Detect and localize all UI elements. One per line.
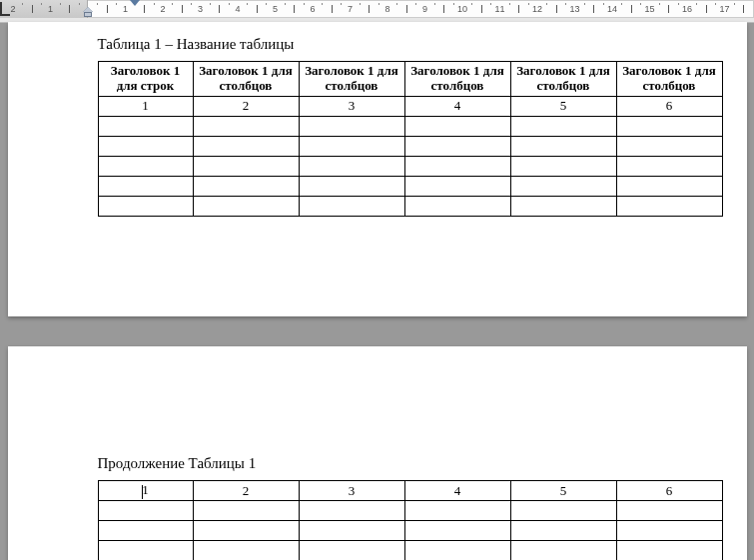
first-line-indent-marker-icon[interactable] [130,0,140,6]
table-header-cell[interactable]: Заголовок 1 для строк [98,62,193,97]
table-cell[interactable] [616,116,722,136]
table-cell[interactable] [616,501,722,521]
table-row[interactable] [98,176,722,196]
table-1-continuation-caption[interactable]: Продолжение Таблицы 1 [98,455,727,472]
table-cell[interactable] [616,541,722,561]
table-cell[interactable] [299,521,404,541]
table-cell[interactable]: 4 [404,96,510,116]
table-cell[interactable]: 3 [299,96,404,116]
table-1-continuation[interactable]: 123456 [98,480,723,560]
page-2[interactable]: Продолжение Таблицы 1 123456 [8,346,747,560]
table-cell[interactable]: 5 [510,96,616,116]
table-cell[interactable] [98,541,193,561]
table-cell[interactable] [404,196,510,216]
table-cell[interactable] [193,521,299,541]
table-1-body[interactable]: 123456 [98,96,722,216]
table-cell[interactable] [616,521,722,541]
table-header-cell[interactable]: Заголовок 1 для столбцов [616,62,722,97]
table-cell[interactable] [98,501,193,521]
table-cell[interactable] [404,521,510,541]
table-cell[interactable] [193,136,299,156]
table-cell[interactable] [299,136,404,156]
table-cell[interactable] [404,501,510,521]
table-cell[interactable] [299,501,404,521]
horizontal-ruler[interactable]: 211234567891011121314151617 [0,0,754,23]
page-2-content[interactable]: Продолжение Таблицы 1 123456 [8,441,747,560]
table-cell[interactable]: 2 [193,481,299,501]
table-cell[interactable] [510,541,616,561]
ruler-number: 15 [644,4,654,14]
table-cell[interactable] [193,501,299,521]
table-cell[interactable]: 1 [98,96,193,116]
ruler-tick-quarter [360,3,361,5]
page-1[interactable]: Таблица 1 – Название таблицы Заголовок 1… [8,22,747,316]
table-cell[interactable] [193,116,299,136]
table-cell[interactable] [193,541,299,561]
table-cell[interactable] [98,196,193,216]
table-row[interactable] [98,541,722,561]
table-cell[interactable] [510,501,616,521]
table-cell[interactable]: 3 [299,481,404,501]
table-cell[interactable] [510,116,616,136]
table-cell[interactable] [193,196,299,216]
ruler-number: 2 [10,4,15,14]
ruler-tick-quarter [191,3,192,5]
table-cell[interactable] [616,136,722,156]
table-cell[interactable] [404,156,510,176]
tab-stop-selector-icon[interactable] [0,2,10,16]
table-cell[interactable] [299,541,404,561]
left-indent-marker-icon[interactable] [84,12,92,17]
table-1-caption[interactable]: Таблица 1 – Название таблицы [98,36,727,53]
table-cell[interactable] [510,521,616,541]
table-cell[interactable] [299,176,404,196]
table-number-row[interactable]: 123456 [98,481,722,501]
table-row[interactable] [98,501,722,521]
table-number-row[interactable]: 123456 [98,96,722,116]
table-row[interactable] [98,196,722,216]
table-header-cell[interactable]: Заголовок 1 для столбцов [193,62,299,97]
table-cell[interactable] [404,116,510,136]
table-cell[interactable] [98,116,193,136]
table-cell[interactable] [98,521,193,541]
table-cell[interactable] [510,136,616,156]
table-cell[interactable] [404,136,510,156]
ruler-tick-quarter [172,3,173,5]
table-cell[interactable] [299,196,404,216]
table-row[interactable] [98,116,722,136]
table-cell[interactable]: 6 [616,481,722,501]
ruler-tick-quarter [229,3,230,5]
table-cell[interactable] [404,541,510,561]
table-cell[interactable] [98,136,193,156]
table-cell[interactable] [299,116,404,136]
table-cell[interactable]: 4 [404,481,510,501]
table-cell[interactable] [510,196,616,216]
table-row[interactable] [98,521,722,541]
table-cell[interactable] [510,156,616,176]
table-cell[interactable]: 2 [193,96,299,116]
table-cell[interactable] [193,176,299,196]
table-cell[interactable] [98,176,193,196]
table-1[interactable]: Заголовок 1 для строк Заголовок 1 для ст… [98,61,723,217]
table-cell[interactable]: 6 [616,96,722,116]
table-cell[interactable] [616,176,722,196]
table-cell[interactable] [616,156,722,176]
table-cell[interactable]: 5 [510,481,616,501]
table-row[interactable] [98,156,722,176]
table-header-cell[interactable]: Заголовок 1 для столбцов [299,62,404,97]
table-row[interactable] [98,136,722,156]
table-1-header-row[interactable]: Заголовок 1 для строк Заголовок 1 для ст… [98,62,722,97]
table-cell[interactable] [193,156,299,176]
ruler-tick-quarter [696,3,697,5]
table-header-cell[interactable]: Заголовок 1 для столбцов [510,62,616,97]
ruler-tick-quarter [490,3,491,5]
ruler-tick-half [257,5,258,13]
table-cell[interactable]: 1 [98,481,193,501]
table-cell[interactable] [510,176,616,196]
table-cell[interactable] [98,156,193,176]
table-header-cell[interactable]: Заголовок 1 для столбцов [404,62,510,97]
table-cell[interactable] [616,196,722,216]
table-cell[interactable] [299,156,404,176]
table-cell[interactable] [404,176,510,196]
page-1-content[interactable]: Таблица 1 – Название таблицы Заголовок 1… [8,22,747,217]
table-1-continuation-body[interactable]: 123456 [98,481,722,561]
